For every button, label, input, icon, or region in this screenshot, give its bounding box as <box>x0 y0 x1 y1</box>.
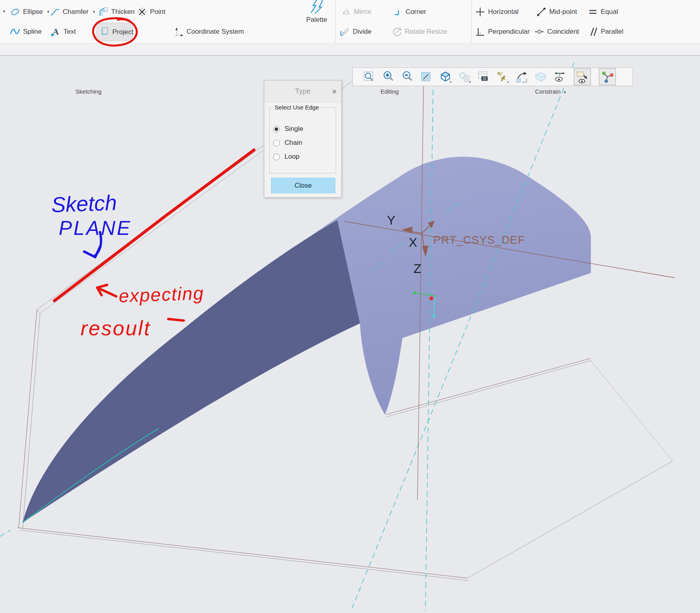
rotate-resize-label: Rotate Resize <box>405 28 447 36</box>
annotation-display-icon[interactable] <box>515 71 528 83</box>
parallel-constraint-button[interactable]: Parallel <box>587 24 623 39</box>
red-annotation-arrow <box>97 285 116 296</box>
sketching-group-label: Sketching <box>60 88 117 95</box>
blue-annotation-word2: PLANE <box>59 217 132 239</box>
coordinate-system-label: Coordinate System <box>187 28 244 36</box>
equal-constraint-icon <box>587 7 598 17</box>
perpendicular-constraint-button[interactable]: Perpendicular <box>475 24 530 39</box>
ellipse-button[interactable]: Ellipse ▼ <box>10 4 50 19</box>
axis-z-label: Z <box>413 261 421 276</box>
repaint-icon[interactable] <box>420 71 433 83</box>
view-manager-icon[interactable] <box>477 71 490 83</box>
perpendicular-constraint-label: Perpendicular <box>488 28 530 36</box>
coincident-constraint-icon <box>534 27 544 37</box>
svg-text:A: A <box>53 27 59 37</box>
rotate-resize-icon <box>391 27 402 37</box>
perpendicular-constraint-icon <box>475 27 485 37</box>
equal-constraint-label: Equal <box>601 8 618 16</box>
midpoint-constraint-button[interactable]: Mid-point <box>536 4 577 19</box>
palette-icon <box>308 0 325 14</box>
type-dialog: Type × Select Use Edge Single Chain Loop… <box>264 80 342 198</box>
thicken-button[interactable]: Thicken <box>98 4 135 19</box>
axis-x-label: X <box>409 235 417 250</box>
palette-label: Palette <box>306 16 327 24</box>
mirror-button: Mirror <box>340 4 371 19</box>
chamfer-caret-icon[interactable]: ▼ <box>92 10 96 14</box>
csys-label[interactable]: PRT_CSYS_DEF <box>433 234 525 246</box>
horizontal-constraint-label: Horizontal <box>488 8 519 16</box>
coincident-constraint-label: Coincident <box>547 28 579 36</box>
close-button[interactable]: Close <box>271 178 335 193</box>
plane-display-toggle-icon[interactable] <box>574 68 591 85</box>
coordinate-system-icon <box>173 27 184 37</box>
spline-label: Spline <box>23 28 42 36</box>
radio-single-label: Single <box>285 125 303 133</box>
zoom-in-icon[interactable] <box>382 71 394 83</box>
text-icon: A <box>50 27 61 37</box>
close-icon[interactable]: × <box>332 88 337 95</box>
spline-icon <box>10 27 20 37</box>
type-dialog-titlebar[interactable]: Type × <box>264 81 341 103</box>
corner-icon <box>392 7 403 17</box>
radio-chain-circle[interactable] <box>273 140 280 146</box>
dimension-display-icon[interactable] <box>554 71 566 83</box>
equal-constraint-button[interactable]: Equal <box>587 4 618 19</box>
text-button[interactable]: A Text <box>50 24 76 39</box>
project-button[interactable]: Project <box>96 23 133 41</box>
point-icon <box>137 7 147 17</box>
thicken-icon <box>98 7 108 17</box>
display-style-icon[interactable] <box>439 71 452 83</box>
saved-orientations-icon[interactable] <box>458 71 471 83</box>
rotate-resize-button: Rotate Resize <box>391 24 447 39</box>
project-icon <box>100 26 110 38</box>
chamfer-button[interactable]: Chamfer ▼ <box>49 4 96 19</box>
thicken-label: Thicken <box>111 8 135 16</box>
ribbon: ▼ Ellipse ▼ Chamfer ▼ Thicken Point Spli… <box>0 0 700 56</box>
constrain-group-label[interactable]: Constrain ▼ <box>523 88 579 95</box>
radio-single[interactable]: Single <box>273 125 303 133</box>
corner-button[interactable]: Corner <box>392 4 426 19</box>
coordinate-system-button[interactable]: Coordinate System <box>173 24 244 39</box>
radio-loop[interactable]: Loop <box>273 153 300 161</box>
ellipse-icon <box>10 7 20 17</box>
constrain-group-caret-icon[interactable]: ▼ <box>563 90 567 94</box>
midpoint-constraint-icon <box>536 7 546 17</box>
axis-y-label: Y <box>387 213 395 227</box>
constraints-display-toggle-icon[interactable] <box>599 68 616 85</box>
mirror-label: Mirror <box>354 8 371 16</box>
radio-chain-label: Chain <box>285 139 302 147</box>
project-label: Project <box>112 28 133 36</box>
divide-button[interactable]: Divide <box>339 24 371 39</box>
radio-loop-circle[interactable] <box>273 154 280 160</box>
graphics-toolbar <box>352 67 633 86</box>
radio-single-circle[interactable] <box>273 126 280 133</box>
viewport-3d[interactable]: Y X Z PRT_CSYS_DEF expecting resoult Ske… <box>0 56 700 613</box>
point-label: Point <box>150 8 165 16</box>
datum-display-icon[interactable] <box>496 71 509 83</box>
point-button[interactable]: Point <box>137 4 165 19</box>
editing-group-label: Editing <box>361 88 418 95</box>
spin-center-icon[interactable] <box>535 71 547 83</box>
type-dialog-title: Type <box>295 87 310 96</box>
mirror-icon <box>340 7 351 17</box>
overflow-caret-icon[interactable]: ▼ <box>2 10 6 13</box>
red-annotation-word1: expecting <box>119 283 205 306</box>
coincident-constraint-button[interactable]: Coincident <box>534 24 579 39</box>
radio-chain[interactable]: Chain <box>273 139 302 147</box>
horizontal-constraint-button[interactable]: Horizontal <box>475 4 519 19</box>
red-annotation-word2: resoult <box>81 317 151 340</box>
text-label: Text <box>63 28 76 36</box>
zoom-out-icon[interactable] <box>401 71 413 83</box>
divide-icon <box>339 27 350 37</box>
chamfer-icon <box>49 7 60 17</box>
horizontal-constraint-icon <box>475 7 485 17</box>
palette-button[interactable]: Palette <box>298 0 335 41</box>
refit-icon[interactable] <box>363 71 375 83</box>
select-use-edge-label: Select Use Edge <box>273 104 321 111</box>
ellipse-label: Ellipse <box>23 8 43 16</box>
parallel-constraint-icon <box>587 27 598 37</box>
app-window: { "ribbon": { "caret": "▼", "overflow_ca… <box>0 0 700 613</box>
surface-inner-face[interactable] <box>23 220 360 523</box>
midpoint-constraint-label: Mid-point <box>549 8 577 16</box>
spline-button[interactable]: Spline <box>10 24 42 39</box>
